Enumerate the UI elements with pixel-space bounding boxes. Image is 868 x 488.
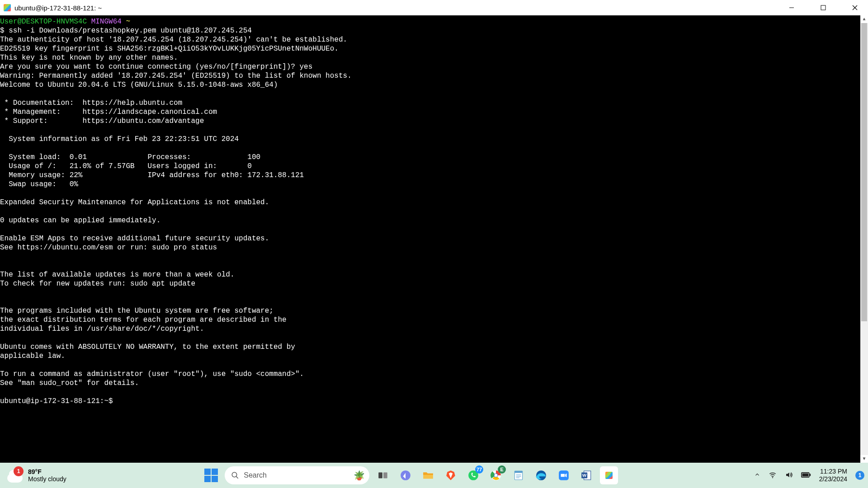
svg-point-23 xyxy=(772,477,773,478)
terminal[interactable]: User@DESKTOP-HNVMS4C MINGW64 ~ $ ssh -i … xyxy=(0,15,868,463)
word-button[interactable]: W xyxy=(577,466,595,484)
svg-rect-1 xyxy=(821,5,826,10)
svg-rect-14 xyxy=(515,471,523,473)
svg-point-12 xyxy=(495,474,498,477)
svg-point-4 xyxy=(232,472,237,477)
svg-rect-25 xyxy=(802,473,808,476)
scrollbar[interactable]: ▲ ▼ xyxy=(860,15,868,463)
chrome-badge: E xyxy=(498,465,506,474)
weather-temp: 89°F xyxy=(28,468,66,475)
search-input[interactable]: Search 🪴 xyxy=(225,466,369,484)
app-icon xyxy=(4,4,11,11)
search-art-icon: 🪴 xyxy=(354,470,365,481)
task-view-button[interactable] xyxy=(374,466,392,484)
tray-expand-icon[interactable] xyxy=(754,472,760,479)
volume-icon[interactable] xyxy=(785,471,793,480)
svg-line-5 xyxy=(236,476,239,479)
window-title: ubuntu@ip-172-31-88-121: ~ xyxy=(14,4,102,12)
windows-icon xyxy=(204,469,218,482)
minimize-button[interactable] xyxy=(781,0,802,15)
wifi-icon[interactable] xyxy=(769,471,777,480)
clock[interactable]: 11:23 PM 2/23/2024 xyxy=(819,468,847,483)
svg-rect-26 xyxy=(809,474,811,476)
taskbar: 1 89°F Mostly cloudy Search 🪴 77 xyxy=(0,463,868,488)
file-explorer-button[interactable] xyxy=(419,466,437,484)
task-view-icon xyxy=(377,469,389,481)
window-title-bar: ubuntu@ip-172-31-88-121: ~ xyxy=(0,0,868,15)
brave-button[interactable] xyxy=(442,466,460,484)
zoom-button[interactable] xyxy=(555,466,573,484)
scroll-down-icon[interactable]: ▼ xyxy=(860,455,868,463)
svg-rect-7 xyxy=(383,473,387,479)
svg-text:W: W xyxy=(582,473,587,478)
weather-condition: Mostly cloudy xyxy=(28,475,66,483)
svg-rect-6 xyxy=(379,473,383,479)
git-bash-icon xyxy=(605,472,613,479)
folder-icon xyxy=(422,469,434,481)
git-bash-button[interactable] xyxy=(600,466,618,484)
whatsapp-badge: 77 xyxy=(475,465,483,474)
zoom-icon xyxy=(558,469,570,481)
close-button[interactable] xyxy=(844,0,865,15)
notepad-button[interactable] xyxy=(509,466,528,484)
edge-button[interactable] xyxy=(532,466,550,484)
weather-widget[interactable]: 1 89°F Mostly cloudy xyxy=(0,467,66,483)
scrollbar-thumb[interactable] xyxy=(861,23,867,321)
maximize-button[interactable] xyxy=(813,0,834,15)
start-button[interactable] xyxy=(202,466,220,484)
search-icon xyxy=(231,471,239,479)
weather-icon: 1 xyxy=(7,467,24,483)
brave-icon xyxy=(445,469,457,481)
chat-button[interactable] xyxy=(396,466,415,484)
whatsapp-button[interactable]: 77 xyxy=(464,466,482,484)
chat-icon xyxy=(400,469,411,481)
word-icon: W xyxy=(580,469,592,481)
edge-icon xyxy=(535,469,547,481)
notification-center-button[interactable]: 1 xyxy=(855,471,864,480)
battery-icon[interactable] xyxy=(801,472,811,479)
chrome-button[interactable]: E xyxy=(487,466,505,484)
scroll-up-icon[interactable]: ▲ xyxy=(860,15,868,23)
notepad-icon xyxy=(513,469,524,481)
